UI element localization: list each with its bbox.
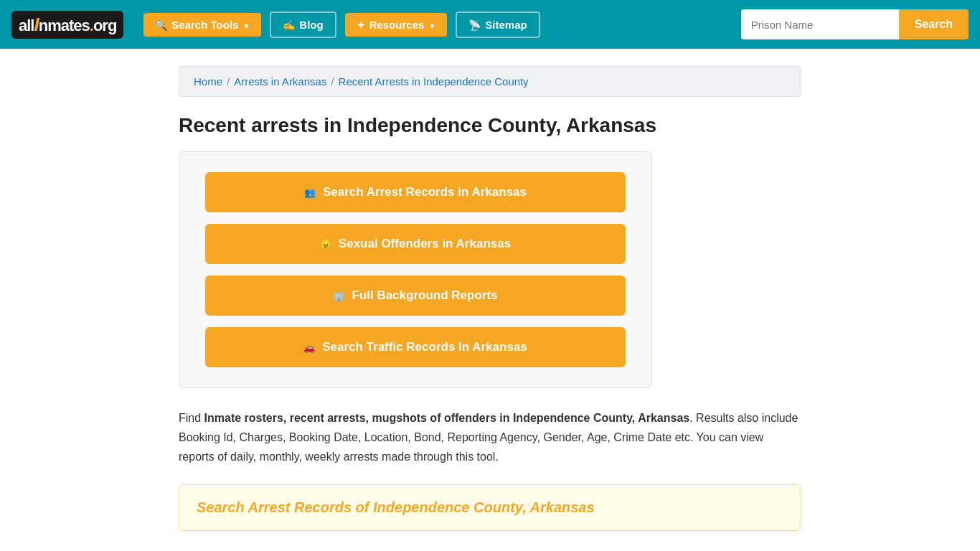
face-icon <box>320 237 331 251</box>
main-content: Home / Arrests in Arkansas / Recent Arre… <box>167 49 813 548</box>
people-icon <box>304 185 316 199</box>
search-traffic-records-label: Search Traffic Records In Arkansas <box>322 340 527 354</box>
sitemap-icon <box>468 19 481 31</box>
building-icon <box>333 288 344 303</box>
breadcrumb: Home / Arrests in Arkansas / Recent Arre… <box>179 66 801 97</box>
search-section-title: Search Arrest Records of Independence Co… <box>197 499 783 516</box>
full-background-reports-button[interactable]: Full Background Reports <box>205 276 626 316</box>
breadcrumb-sep-2: / <box>331 75 334 88</box>
prison-name-input[interactable] <box>741 9 899 39</box>
blog-icon <box>283 19 295 31</box>
sitemap-label: Sitemap <box>485 19 527 31</box>
resources-label: Resources <box>369 19 425 31</box>
resources-icon <box>357 19 365 31</box>
breadcrumb-arrests-arkansas[interactable]: Arrests in Arkansas <box>234 75 326 88</box>
description-bold: Inmate rosters, recent arrests, mugshots… <box>204 412 690 424</box>
prison-search-label: Search <box>915 18 953 30</box>
sexual-offenders-label: Sexual Offenders in Arkansas <box>339 237 511 251</box>
resources-button[interactable]: Resources <box>345 13 448 37</box>
prison-search-button[interactable]: Search <box>899 9 969 39</box>
search-section: Search Arrest Records of Independence Co… <box>179 484 801 531</box>
description-prefix: Find <box>179 412 204 424</box>
logo-text: allInmates.org <box>19 14 116 36</box>
button-card: Search Arrest Records in Arkansas Sexual… <box>179 151 652 388</box>
blog-button[interactable]: Blog <box>270 11 336 38</box>
description: Find Inmate rosters, recent arrests, mug… <box>179 408 801 467</box>
breadcrumb-sep-1: / <box>227 75 230 88</box>
sitemap-button[interactable]: Sitemap <box>456 11 540 38</box>
resources-caret <box>428 19 435 31</box>
search-tools-icon <box>155 19 167 31</box>
blog-label: Blog <box>299 19 323 31</box>
search-tools-label: Search Tools <box>171 19 238 31</box>
search-arrest-records-label: Search Arrest Records in Arkansas <box>323 185 527 199</box>
car-icon <box>303 340 315 354</box>
sexual-offenders-button[interactable]: Sexual Offenders in Arkansas <box>205 224 626 264</box>
search-traffic-records-button[interactable]: Search Traffic Records In Arkansas <box>205 327 626 367</box>
prison-search-group: Search <box>741 9 969 39</box>
full-background-reports-label: Full Background Reports <box>352 288 497 303</box>
breadcrumb-current: Recent Arrests in Independence County <box>339 75 529 88</box>
search-arrest-records-button[interactable]: Search Arrest Records in Arkansas <box>205 172 626 212</box>
search-tools-button[interactable]: Search Tools <box>143 13 261 37</box>
search-tools-caret <box>242 19 250 31</box>
navbar: allInmates.org Search Tools Blog Resourc… <box>0 0 980 49</box>
breadcrumb-home[interactable]: Home <box>194 75 222 88</box>
page-title: Recent arrests in Independence County, A… <box>179 114 801 137</box>
logo[interactable]: allInmates.org <box>11 11 123 39</box>
